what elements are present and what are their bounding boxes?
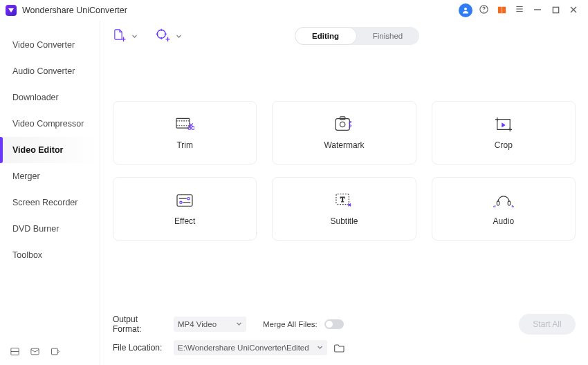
tool-card-watermark[interactable]: Watermark [272, 101, 416, 165]
tool-label: Subtitle [330, 216, 358, 226]
sidebar-item-downloader[interactable]: Downloader [0, 84, 100, 111]
audio-icon [493, 191, 514, 209]
svg-rect-44 [497, 201, 499, 205]
tab-finished[interactable]: Finished [357, 27, 419, 45]
add-url-button[interactable]: + [156, 28, 182, 44]
svg-point-30 [340, 122, 345, 127]
minimize-icon [533, 4, 542, 17]
maximize-icon [552, 4, 560, 17]
file-location-field[interactable]: E:\Wondershare UniConverter\Edited [174, 340, 327, 355]
sidebar-item-dvd-burner[interactable]: DVD Burner [0, 216, 100, 242]
content-panel: + + Editing Finished [100, 21, 588, 365]
subtitle-icon: T [334, 191, 353, 209]
output-format-select[interactable]: MP4 Video [174, 317, 246, 332]
app-title: Wondershare UniConverter [22, 6, 127, 15]
user-icon [459, 3, 472, 17]
content-toolbar: + + Editing Finished [100, 21, 588, 51]
tool-card-crop[interactable]: Crop [432, 101, 576, 165]
svg-point-41 [180, 201, 182, 203]
tool-label: Effect [174, 216, 195, 226]
plus-icon: + [121, 35, 126, 44]
titlebar: Wondershare UniConverter [0, 0, 588, 21]
tool-label: Trim [176, 140, 193, 150]
watermark-icon [333, 115, 354, 133]
browse-folder-button[interactable] [334, 343, 345, 353]
sidebar-item-video-editor[interactable]: Video Editor [0, 137, 100, 163]
file-location-label: File Location: [113, 343, 167, 353]
merge-all-label: Merge All Files: [263, 320, 318, 328]
svg-text:T: T [341, 196, 346, 203]
tab-editing[interactable]: Editing [295, 27, 357, 45]
app-logo-icon [6, 5, 17, 16]
file-location-value: E:\Wondershare UniConverter\Edited [178, 344, 309, 352]
svg-rect-15 [31, 348, 39, 355]
window-maximize-button[interactable] [548, 3, 563, 18]
tool-card-audio[interactable]: Audio [432, 177, 576, 241]
sidebar-footer [0, 338, 100, 365]
trim-icon [175, 115, 194, 133]
tool-card-subtitle[interactable]: T Subtitle [272, 177, 416, 241]
merge-all-toggle[interactable] [324, 319, 344, 329]
output-format-value: MP4 Video [178, 320, 217, 328]
hamburger-icon [515, 4, 524, 17]
svg-rect-45 [508, 201, 511, 205]
tool-label: Crop [495, 140, 513, 150]
sidebar-item-merger[interactable]: Merger [0, 163, 100, 189]
svg-point-0 [464, 8, 467, 10]
chevron-down-icon [317, 344, 323, 352]
output-format-label: Output Format: [113, 315, 167, 334]
tool-card-trim[interactable]: Trim [113, 101, 257, 165]
svg-rect-16 [52, 348, 58, 355]
tool-label: Audio [493, 216, 514, 226]
svg-point-17 [157, 30, 165, 38]
svg-rect-10 [553, 7, 558, 12]
close-icon [569, 4, 578, 17]
tool-grid: Trim Watermark Crop [100, 51, 588, 241]
svg-rect-5 [501, 6, 502, 12]
window-close-button[interactable] [566, 3, 581, 18]
app-window: Wondershare UniConverter [0, 0, 588, 365]
footer-bar: Output Format: MP4 Video Merge All Files… [100, 307, 588, 365]
start-all-button[interactable]: Start All [519, 314, 576, 335]
chevron-down-icon [131, 33, 138, 39]
effect-icon [175, 191, 194, 209]
svg-rect-31 [340, 117, 345, 120]
grid-view-button[interactable] [10, 346, 20, 357]
sidebar-item-audio-converter[interactable]: Audio Converter [0, 58, 100, 84]
plus-icon: + [165, 35, 170, 44]
sidebar-item-video-compressor[interactable]: Video Compressor [0, 111, 100, 137]
sidebar: Video Converter Audio Converter Download… [0, 21, 100, 365]
menu-button[interactable] [512, 3, 527, 18]
sidebar-item-screen-recorder[interactable]: Screen Recorder [0, 189, 100, 216]
gift-button[interactable] [494, 3, 509, 18]
sidebar-item-toolbox[interactable]: Toolbox [0, 242, 100, 268]
svg-rect-22 [176, 118, 190, 128]
share-button[interactable] [50, 346, 60, 357]
chevron-down-icon [176, 33, 182, 39]
tool-label: Watermark [324, 140, 364, 150]
svg-point-2 [484, 11, 484, 12]
crop-icon [494, 115, 513, 133]
help-button[interactable] [476, 3, 491, 18]
main-area: Video Converter Audio Converter Download… [0, 21, 588, 365]
user-account-button[interactable] [458, 3, 473, 18]
tool-card-effect[interactable]: Effect [113, 177, 257, 241]
svg-rect-37 [177, 195, 192, 207]
mail-button[interactable] [30, 346, 40, 357]
svg-point-39 [187, 198, 190, 200]
svg-point-26 [192, 127, 194, 129]
sidebar-item-video-converter[interactable]: Video Converter [0, 32, 100, 58]
chevron-down-icon [236, 320, 242, 328]
gift-icon [497, 4, 507, 17]
svg-rect-29 [336, 119, 349, 131]
content-tabs: Editing Finished [295, 27, 419, 45]
add-file-button[interactable]: + [113, 28, 138, 44]
window-minimize-button[interactable] [530, 3, 545, 18]
help-icon [479, 4, 489, 17]
